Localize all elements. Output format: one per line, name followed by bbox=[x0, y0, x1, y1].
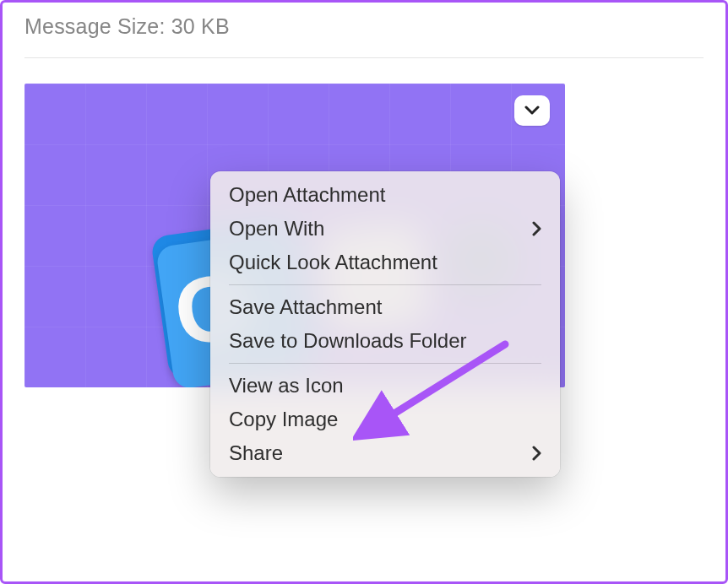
menu-open-with[interactable]: Open With bbox=[210, 212, 560, 246]
menu-item-label: Save to Downloads Folder bbox=[229, 329, 466, 353]
menu-item-label: Open Attachment bbox=[229, 183, 385, 207]
menu-save-to-downloads[interactable]: Save to Downloads Folder bbox=[210, 324, 560, 358]
menu-share[interactable]: Share bbox=[210, 436, 560, 470]
attachment-dropdown-button[interactable] bbox=[514, 95, 550, 126]
chevron-right-icon bbox=[532, 221, 541, 236]
menu-separator bbox=[229, 363, 541, 364]
menu-item-label: View as Icon bbox=[229, 374, 344, 397]
context-menu: Open Attachment Open With Quick Look Att… bbox=[210, 171, 560, 477]
menu-open-attachment[interactable]: Open Attachment bbox=[210, 178, 560, 212]
chevron-right-icon bbox=[532, 446, 541, 461]
menu-item-label: Share bbox=[229, 441, 283, 465]
menu-item-label: Copy Image bbox=[229, 408, 338, 431]
menu-item-label: Open With bbox=[229, 217, 324, 241]
menu-item-label: Save Attachment bbox=[229, 295, 382, 319]
menu-item-label: Quick Look Attachment bbox=[229, 251, 437, 274]
menu-save-attachment[interactable]: Save Attachment bbox=[210, 290, 560, 324]
chevron-down-icon bbox=[524, 105, 540, 116]
menu-view-as-icon[interactable]: View as Icon bbox=[210, 369, 560, 403]
message-size-label: Message Size: 30 KB bbox=[24, 14, 704, 58]
menu-copy-image[interactable]: Copy Image bbox=[210, 403, 560, 436]
menu-separator bbox=[229, 284, 541, 285]
menu-quick-look[interactable]: Quick Look Attachment bbox=[210, 246, 560, 279]
